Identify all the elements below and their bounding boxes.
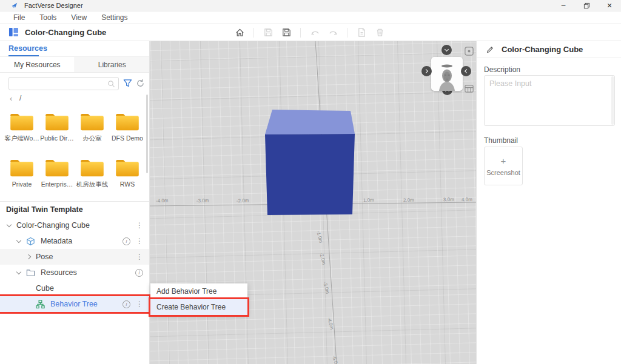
collapse-chevron-button[interactable]	[441, 45, 452, 55]
grid-view-icon[interactable]	[464, 84, 474, 94]
menu-item-tools[interactable]: Tools	[32, 13, 64, 22]
reset-icon[interactable]	[136, 79, 145, 88]
kebab-menu-icon[interactable]: ⋮	[136, 253, 143, 260]
chevron-down-icon	[445, 47, 449, 51]
screenshot-label: Screenshot	[486, 169, 520, 176]
folder-label: Enterpris…	[41, 180, 73, 188]
tree-row-resources[interactable]: Resourcesi	[0, 265, 149, 280]
viewport-3d[interactable]: -4.0m-3.0m-2.0m1.0m2.0m3.0m4.0m-1.0m-2.0…	[150, 41, 476, 364]
plus-icon: +	[501, 156, 506, 165]
tree-label: Pose	[36, 253, 53, 261]
kebab-menu-icon[interactable]: ⋮	[136, 300, 143, 308]
kebab-menu-icon[interactable]: ⋮	[136, 237, 143, 245]
breadcrumb: ‹ /	[0, 93, 149, 104]
tree-row-metadata[interactable]: Metadatai⋮	[0, 233, 149, 249]
context-menu-item-create-behavior-tree[interactable]: Create Behavior Tree	[150, 299, 247, 315]
textarea-scrollbar[interactable]	[611, 76, 614, 125]
tree-row-color-changing-cube[interactable]: Color-Changing Cube⋮	[0, 217, 149, 233]
search-input[interactable]	[13, 78, 105, 89]
folder-item[interactable]: RWS	[110, 153, 145, 199]
focus-icon[interactable]	[464, 46, 474, 56]
divider	[0, 201, 149, 202]
undo-icon	[310, 27, 320, 38]
edit-pencil-icon[interactable]	[486, 45, 494, 54]
search-row	[0, 73, 149, 93]
folder-icon	[44, 111, 70, 132]
chevron-left-icon	[465, 69, 469, 73]
toolbar-separator	[300, 28, 301, 38]
folder-outline-icon	[26, 268, 35, 277]
view-cube[interactable]	[431, 57, 463, 91]
cube-3d[interactable]	[265, 110, 355, 215]
folder-label: Public Dir…	[40, 134, 73, 142]
folder-item[interactable]: 客户端Wo…	[4, 107, 39, 153]
tree-label: Behavior Tree	[50, 300, 98, 308]
tree-row-behavior-tree[interactable]: Behavior Treei⋮	[0, 296, 149, 312]
folder-item[interactable]: Public Dir…	[39, 107, 75, 153]
tab-resources[interactable]: Resources	[8, 44, 47, 53]
folder-item[interactable]: Enterpris…	[39, 153, 75, 199]
filter-icon[interactable]	[123, 79, 132, 88]
home-button[interactable]	[230, 26, 249, 39]
save-as-icon	[281, 27, 292, 38]
expander-chevron-down-icon[interactable]	[16, 269, 21, 274]
kebab-menu-icon[interactable]: ⋮	[136, 222, 143, 229]
axis-label: -4.0m	[156, 198, 169, 204]
section-title: Digital Twin Template	[6, 205, 83, 214]
folder-item[interactable]: 机房故事线	[75, 153, 110, 199]
axis-label: 4.0m	[462, 197, 472, 203]
export-report-button[interactable]	[352, 26, 371, 39]
tree-row-pose[interactable]: Pose⋮	[0, 249, 149, 265]
expander-chevron-down-icon[interactable]	[16, 237, 21, 242]
thumbnail-label: Thumbnail	[484, 136, 518, 145]
description-input[interactable]	[484, 75, 615, 126]
rotate-right-button[interactable]	[461, 66, 471, 76]
rotate-left-button[interactable]	[421, 66, 432, 76]
properties-title: Color-Changing Cube	[502, 45, 583, 54]
folder-item[interactable]: 办公室	[75, 107, 110, 153]
delete-button[interactable]	[371, 26, 389, 39]
expander-chevron-down-icon[interactable]	[7, 222, 12, 227]
document-title: Color-Changing Cube	[25, 28, 106, 37]
template-tree: Color-Changing Cube⋮ Metadatai⋮Pose⋮ Res…	[0, 217, 149, 312]
restore-icon	[583, 2, 590, 9]
tree-label: Cube	[36, 284, 54, 293]
folder-icon	[9, 111, 35, 132]
axis-label: 3.0m	[443, 197, 454, 203]
folder-item[interactable]: DFS Demo	[110, 107, 145, 153]
folder-label: DFS Demo	[112, 134, 143, 142]
head-model-icon	[435, 63, 459, 91]
trash-icon	[375, 27, 385, 38]
resources-panel: Resources My ResourcesLibraries ‹ / 客户端W…	[0, 41, 150, 364]
folder-item[interactable]: Private	[4, 153, 39, 199]
subtab-libraries[interactable]: Libraries	[75, 57, 150, 72]
menu-item-settings[interactable]: Settings	[94, 13, 135, 22]
screenshot-button[interactable]: + Screenshot	[484, 147, 523, 185]
close-button[interactable]: ×	[598, 0, 621, 11]
menu-item-file[interactable]: File	[6, 13, 32, 22]
minimize-button[interactable]: –	[552, 0, 575, 11]
context-menu-item-add-behavior-tree[interactable]: Add Behavior Tree	[150, 283, 247, 299]
info-icon[interactable]: i	[123, 300, 130, 308]
expander-chevron-right-icon[interactable]	[26, 254, 31, 259]
menu-item-view[interactable]: View	[64, 13, 94, 22]
restore-button[interactable]	[575, 0, 598, 11]
folder-icon	[44, 157, 70, 178]
info-icon[interactable]: i	[135, 269, 143, 277]
tree-row-cube[interactable]: Cube	[0, 280, 149, 296]
folder-icon	[79, 111, 105, 132]
breadcrumb-back-icon[interactable]: ‹	[10, 94, 12, 103]
window-controls: – ×	[552, 0, 621, 11]
resource-subtabs: My ResourcesLibraries	[0, 57, 149, 73]
redo-icon	[328, 27, 338, 38]
folder-label: RWS	[120, 180, 135, 188]
undo-button[interactable]	[306, 26, 324, 39]
scrollbar[interactable]	[146, 94, 148, 173]
info-icon[interactable]: i	[123, 237, 130, 245]
subtab-my-resources[interactable]: My Resources	[0, 57, 75, 72]
save-icon	[263, 27, 274, 38]
redo-button[interactable]	[324, 26, 342, 39]
save-button[interactable]	[259, 26, 277, 39]
properties-panel: Color-Changing Cube Description Thumbnai…	[476, 41, 621, 364]
save-as-button[interactable]	[277, 26, 295, 39]
